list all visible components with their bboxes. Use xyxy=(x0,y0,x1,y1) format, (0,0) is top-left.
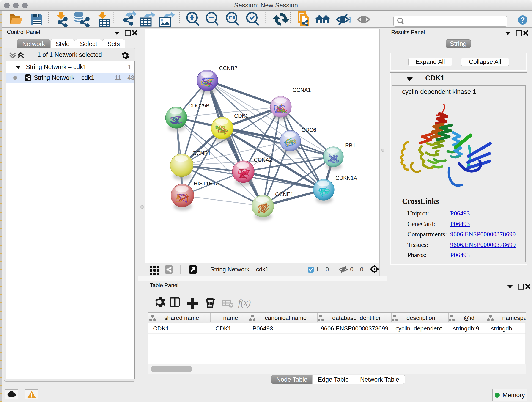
svg-text:f(x): f(x) xyxy=(238,298,251,308)
svg-text:String Network – cdk1: String Network – cdk1 xyxy=(210,266,268,273)
svg-text:CDC25B: CDC25B xyxy=(188,103,210,109)
svg-text:HIST1H1A: HIST1H1A xyxy=(194,181,220,186)
svg-text:RB1: RB1 xyxy=(345,143,355,148)
svg-text:0 – 0: 0 – 0 xyxy=(350,266,363,273)
svg-text:CDK1: CDK1 xyxy=(234,113,249,119)
svg-text:CCNA2: CCNA2 xyxy=(254,157,272,163)
svg-text:1 – 0: 1 – 0 xyxy=(316,266,329,273)
svg-text:CDKN1A: CDKN1A xyxy=(336,175,357,181)
svg-text:?: ? xyxy=(520,16,525,24)
svg-text:CCNB2: CCNB2 xyxy=(219,65,237,71)
svg-text:CCNA1: CCNA1 xyxy=(293,87,311,93)
svg-text:CDC6: CDC6 xyxy=(302,127,316,133)
svg-text:CCNE1: CCNE1 xyxy=(275,191,293,197)
svg-text:CCNB1: CCNB1 xyxy=(192,150,211,156)
